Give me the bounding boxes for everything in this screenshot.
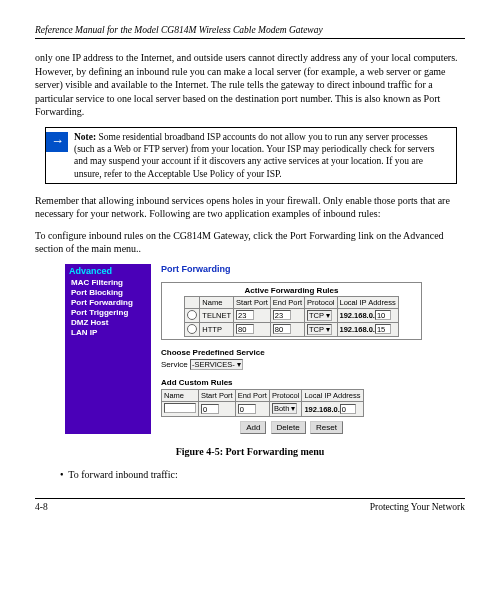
page-footer: 4-8 Protecting Your Network [35, 498, 465, 512]
radio-button[interactable] [187, 324, 197, 334]
name-input[interactable] [164, 403, 196, 413]
note-box: Note: Some residential broadband ISP acc… [45, 127, 457, 184]
custom-rules-table: Name Start Port End Port Protocol Local … [161, 389, 364, 417]
ip-last-input[interactable]: 0 [340, 404, 356, 414]
start-port-input[interactable]: 80 [236, 324, 254, 334]
delete-button[interactable]: Delete [271, 421, 306, 434]
end-port-input[interactable]: 0 [238, 404, 256, 414]
end-port-input[interactable]: 80 [273, 324, 291, 334]
panel-title: Port Forwarding [161, 264, 422, 274]
note-text: Note: Some residential broadband ISP acc… [68, 128, 456, 183]
end-port-input[interactable]: 23 [273, 310, 291, 320]
start-port-input[interactable]: 23 [236, 310, 254, 320]
advanced-sidebar: Advanced MAC Filtering Port Blocking Por… [65, 264, 151, 434]
table-row: HTTP 80 80 TCP ▾ 192.168.0.15 [185, 322, 398, 336]
protocol-select[interactable]: Both ▾ [272, 403, 298, 414]
paragraph-2: Remember that allowing inbound services … [35, 194, 465, 221]
screenshot-panel: Advanced MAC Filtering Port Blocking Por… [65, 264, 465, 434]
sidebar-item-dmz-host[interactable]: DMZ Host [69, 318, 147, 327]
active-rules-title: Active Forwarding Rules [164, 285, 419, 296]
reset-button[interactable]: Reset [310, 421, 343, 434]
predefined-label: Choose Predefined Service [161, 348, 422, 357]
sidebar-item-port-forwarding[interactable]: Port Forwarding [69, 298, 147, 307]
active-rules-box: Active Forwarding Rules Name Start Port … [161, 282, 422, 340]
table-row: TELNET 23 23 TCP ▾ 192.168.0.10 [185, 308, 398, 322]
protocol-select[interactable]: TCP ▾ [307, 324, 332, 335]
paragraph-3: To configure inbound rules on the CG814M… [35, 229, 465, 256]
sidebar-item-port-blocking[interactable]: Port Blocking [69, 288, 147, 297]
service-select[interactable]: -SERVICES- ▾ [190, 359, 243, 370]
start-port-input[interactable]: 0 [201, 404, 219, 414]
arrow-right-icon [46, 132, 68, 152]
sidebar-item-port-triggering[interactable]: Port Triggering [69, 308, 147, 317]
bullet-item: • To forward inbound traffic: [60, 469, 465, 480]
radio-button[interactable] [187, 310, 197, 320]
page-header: Reference Manual for the Model CG814M Wi… [35, 25, 465, 39]
table-row: 0 0 Both ▾ 192.168.0.0 [162, 401, 364, 416]
sidebar-item-mac-filtering[interactable]: MAC Filtering [69, 278, 147, 287]
active-rules-table: Name Start Port End Port Protocol Local … [184, 296, 398, 337]
section-title: Protecting Your Network [370, 502, 465, 512]
protocol-select[interactable]: TCP ▾ [307, 310, 332, 321]
sidebar-item-lan-ip[interactable]: LAN IP [69, 328, 147, 337]
paragraph-1: only one IP address to the Internet, and… [35, 51, 465, 119]
sidebar-title: Advanced [69, 266, 147, 276]
add-button[interactable]: Add [240, 421, 266, 434]
ip-last-input[interactable]: 15 [375, 324, 391, 334]
figure-caption: Figure 4-5: Port Forwarding menu [35, 446, 465, 457]
ip-last-input[interactable]: 10 [375, 310, 391, 320]
page-number: 4-8 [35, 502, 48, 512]
custom-rules-label: Add Custom Rules [161, 378, 422, 387]
service-label: Service [161, 360, 188, 369]
